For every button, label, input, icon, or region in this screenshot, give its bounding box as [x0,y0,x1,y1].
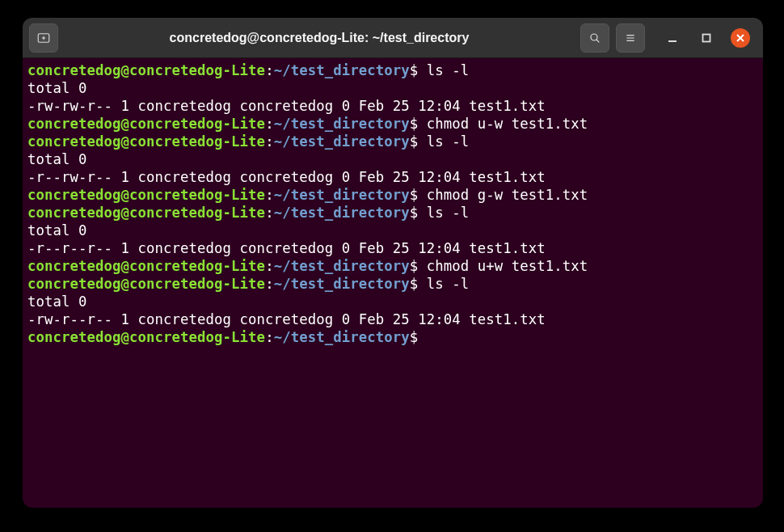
prompt-path: ~/test_directory [274,276,410,292]
prompt-command: ls -l [418,276,469,292]
prompt-userhost: concretedog@concretedog-Lite [27,205,265,221]
svg-point-3 [591,34,597,40]
prompt-colon: : [265,329,274,345]
output-text: -rw-r--r-- 1 concretedog concretedog 0 F… [27,311,546,327]
prompt-dollar: $ [410,205,419,221]
output-text: -rw-rw-r-- 1 concretedog concretedog 0 F… [27,98,546,114]
prompt-userhost: concretedog@concretedog-Lite [27,329,265,345]
new-tab-icon [36,31,51,45]
prompt-userhost: concretedog@concretedog-Lite [27,258,265,274]
prompt-path: ~/test_directory [274,258,410,274]
hamburger-icon [624,32,637,44]
prompt-dollar: $ [410,258,419,274]
prompt-colon: : [265,133,274,150]
output-text: total 0 [27,80,87,96]
prompt-colon: : [265,205,274,221]
prompt-dollar: $ [410,116,419,132]
prompt-userhost: concretedog@concretedog-Lite [27,187,265,203]
terminal-window: concretedog@concretedog-Lite: ~/test_dir… [23,18,763,508]
prompt-userhost: concretedog@concretedog-Lite [27,276,265,292]
svg-line-4 [596,40,599,42]
prompt-path: ~/test_directory [274,133,410,150]
prompt-command: chmod u-w test1.txt [418,116,588,132]
terminal-output-line: -r--r--r-- 1 concretedog concretedog 0 F… [27,239,758,257]
prompt-dollar: $ [410,329,419,345]
svg-rect-9 [703,34,710,41]
prompt-userhost: concretedog@concretedog-Lite [27,116,265,132]
prompt-colon: : [265,187,274,203]
terminal-output-line: -rw-r--r-- 1 concretedog concretedog 0 F… [27,310,758,328]
prompt-userhost: concretedog@concretedog-Lite [27,62,265,78]
terminal-output-line: total 0 [27,150,758,168]
titlebar: concretedog@concretedog-Lite: ~/test_dir… [23,18,763,58]
output-text: -r--rw-r-- 1 concretedog concretedog 0 F… [27,169,546,185]
terminal-output-line: -rw-rw-r-- 1 concretedog concretedog 0 F… [27,97,758,115]
terminal-prompt-line: concretedog@concretedog-Lite:~/test_dire… [27,275,758,293]
window-controls [663,28,750,48]
terminal-prompt-line: concretedog@concretedog-Lite:~/test_dire… [27,328,758,346]
prompt-userhost: concretedog@concretedog-Lite [27,133,265,150]
search-button[interactable] [580,23,609,53]
close-button[interactable] [731,28,750,48]
prompt-command: ls -l [418,133,469,150]
prompt-dollar: $ [410,133,419,150]
terminal-prompt-line: concretedog@concretedog-Lite:~/test_dire… [27,133,758,150]
terminal-prompt-line: concretedog@concretedog-Lite:~/test_dire… [27,186,758,204]
prompt-command: ls -l [418,205,469,221]
output-text: total 0 [27,151,87,167]
prompt-colon: : [265,62,274,78]
maximize-button[interactable] [697,28,716,48]
menu-button[interactable] [616,23,645,53]
terminal-output-line: total 0 [27,293,758,310]
prompt-path: ~/test_directory [274,205,410,221]
prompt-dollar: $ [410,62,419,78]
terminal-prompt-line: concretedog@concretedog-Lite:~/test_dire… [27,204,758,222]
prompt-path: ~/test_directory [274,329,410,345]
prompt-path: ~/test_directory [274,187,410,203]
minimize-button[interactable] [663,28,682,48]
terminal-prompt-line: concretedog@concretedog-Lite:~/test_dire… [27,115,758,133]
prompt-colon: : [265,116,274,132]
prompt-colon: : [265,276,274,292]
maximize-icon [702,33,711,43]
terminal-output-line: total 0 [27,222,758,239]
prompt-command: chmod g-w test1.txt [418,187,588,203]
output-text: total 0 [27,293,87,310]
prompt-dollar: $ [410,187,419,203]
prompt-command: chmod u+w test1.txt [418,258,588,274]
terminal-prompt-line: concretedog@concretedog-Lite:~/test_dire… [27,257,758,275]
terminal-prompt-line: concretedog@concretedog-Lite:~/test_dire… [27,61,758,79]
output-text: total 0 [27,222,87,239]
terminal-output-line: total 0 [27,79,758,97]
terminal-output-line: -r--rw-r-- 1 concretedog concretedog 0 F… [27,168,758,186]
prompt-path: ~/test_directory [274,116,410,132]
minimize-icon [667,32,678,44]
terminal-output[interactable]: concretedog@concretedog-Lite:~/test_dire… [23,58,763,508]
search-icon [588,32,601,44]
prompt-command: ls -l [418,62,469,78]
window-title: concretedog@concretedog-Lite: ~/test_dir… [65,31,574,45]
prompt-path: ~/test_directory [274,62,410,78]
prompt-command [418,329,427,345]
output-text: -r--r--r-- 1 concretedog concretedog 0 F… [27,240,546,256]
new-tab-button[interactable] [29,23,58,53]
close-icon [736,34,744,42]
prompt-dollar: $ [410,276,419,292]
prompt-colon: : [265,258,274,274]
